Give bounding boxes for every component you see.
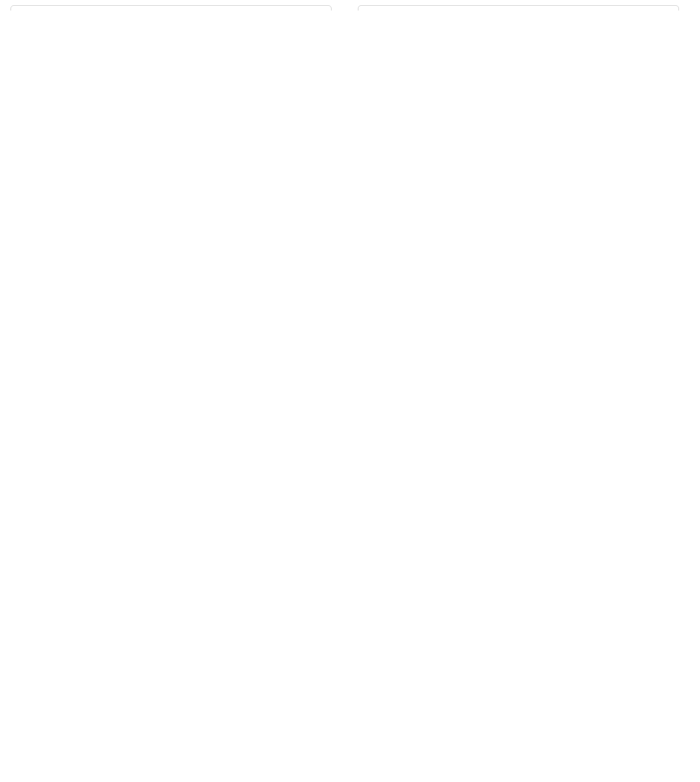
data-source-b-panel: Data source B (via Agent in GCP) SODA'.C… <box>358 5 679 11</box>
soda-logo: SODA'.CLOUD <box>278 10 325 11</box>
data-source-a-panel: Data source A (via Agent in GCP) SODA'.C… <box>11 5 332 11</box>
soda-logo: SODA'.CLOUD <box>625 10 672 11</box>
